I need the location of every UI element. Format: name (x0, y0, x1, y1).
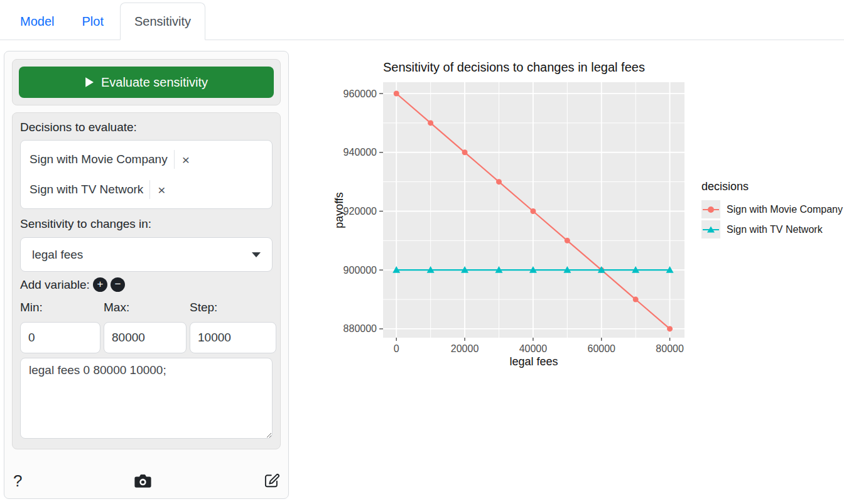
camera-icon (134, 474, 151, 488)
svg-text:40000: 40000 (519, 343, 548, 354)
evaluate-sensitivity-label: Evaluate sensitivity (101, 75, 208, 90)
svg-text:880000: 880000 (344, 323, 377, 334)
variable-select-value: legal fees (32, 248, 83, 262)
edit-icon (263, 473, 279, 489)
chevron-down-icon (252, 252, 261, 257)
legend-item-movie-company: Sign with Movie Company (701, 200, 843, 218)
max-input[interactable] (104, 322, 187, 353)
sidebar-footer: ? (4, 463, 288, 498)
add-variable-label: Add variable: (20, 278, 90, 292)
decision-tag-label: Sign with Movie Company (30, 153, 168, 166)
svg-text:900000: 900000 (344, 265, 377, 276)
decision-tag-tv-network: Sign with TV Network × (30, 174, 263, 205)
legend-item-tv-network: Sign with TV Network (701, 220, 843, 239)
tab-plot[interactable]: Plot (70, 3, 114, 40)
edit-button[interactable] (263, 473, 279, 489)
remove-decision-icon[interactable]: × (182, 153, 190, 166)
play-icon (85, 77, 94, 88)
legend-label: Sign with TV Network (727, 224, 823, 235)
evaluate-card: Evaluate sensitivity (12, 59, 281, 105)
min-max-step-labels: Min: Max: Step: (20, 301, 273, 314)
tag-divider (149, 180, 150, 199)
svg-text:80000: 80000 (656, 343, 684, 354)
svg-text:940000: 940000 (344, 147, 377, 158)
chart-legend: decisions Sign with Movie Company Sign w… (701, 180, 843, 240)
decisions-list: Sign with Movie Company × Sign with TV N… (20, 140, 273, 209)
sensitivity-form-card: Decisions to evaluate: Sign with Movie C… (12, 112, 281, 449)
remove-decision-icon[interactable]: × (158, 183, 165, 196)
max-label: Max: (104, 301, 190, 314)
svg-text:20000: 20000 (451, 343, 479, 354)
legend-title: decisions (701, 180, 843, 193)
camera-button[interactable] (134, 474, 151, 488)
variable-select[interactable]: legal fees (20, 237, 273, 272)
min-max-step-inputs (20, 322, 273, 353)
svg-text:960000: 960000 (344, 88, 377, 99)
add-variable-row: Add variable: + − (20, 277, 273, 292)
step-label: Step: (190, 301, 217, 314)
decision-tag-label: Sign with TV Network (30, 183, 143, 196)
remove-variable-button[interactable]: − (111, 277, 125, 292)
svg-text:920000: 920000 (344, 206, 377, 217)
evaluate-sensitivity-button[interactable]: Evaluate sensitivity (19, 67, 274, 98)
svg-text:0: 0 (394, 343, 399, 354)
add-variable-button[interactable]: + (93, 277, 107, 292)
decisions-to-evaluate-label: Decisions to evaluate: (20, 121, 273, 134)
min-input[interactable] (20, 322, 100, 353)
help-icon[interactable]: ? (13, 471, 22, 491)
tab-model[interactable]: Model (9, 3, 65, 40)
tag-divider (174, 150, 175, 169)
legend-key-triangle (701, 220, 720, 239)
min-label: Min: (20, 301, 104, 314)
sensitivity-script-textarea[interactable]: legal fees 0 80000 10000; (20, 358, 273, 439)
svg-text:60000: 60000 (588, 343, 616, 354)
tab-sensitivity[interactable]: Sensitivity (120, 3, 205, 40)
step-input[interactable] (190, 322, 276, 353)
sensitivity-chart: Sensitivity of decisions to changes in l… (327, 56, 844, 383)
legend-label: Sign with Movie Company (727, 204, 843, 215)
decision-tag-movie-company: Sign with Movie Company × (30, 144, 263, 174)
tab-bar: Model Plot Sensitivity (0, 0, 844, 40)
sensitivity-to-changes-label: Sensitivity to changes in: (20, 217, 273, 231)
sensitivity-sidebar: Evaluate sensitivity Decisions to evalua… (4, 51, 289, 499)
legend-key-circle (701, 200, 720, 218)
